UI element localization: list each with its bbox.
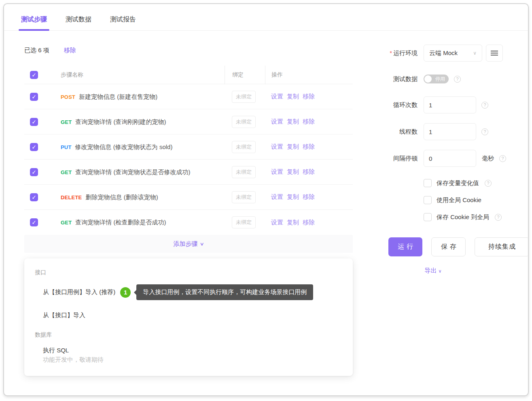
ci-button[interactable]: 持续集成 — [475, 237, 529, 256]
menu-item-label: 执行 SQL — [43, 347, 69, 354]
add-step-label: 添加步骤 — [173, 240, 197, 248]
action-copy[interactable]: 复制 — [287, 193, 299, 201]
menu-icon — [491, 53, 498, 53]
method-label: PUT — [61, 144, 72, 150]
menu-item-label: 从【接口】导入 — [43, 311, 85, 319]
save-cookie-checkbox[interactable] — [424, 213, 432, 221]
action-remove[interactable]: 移除 — [303, 93, 315, 100]
save-variable-checkbox[interactable] — [424, 179, 432, 187]
add-step-button[interactable]: 添加步骤 ∨ — [24, 235, 353, 253]
action-remove[interactable]: 移除 — [303, 193, 315, 201]
menu-item-run-sql[interactable]: 执行 SQL — [24, 341, 353, 355]
help-icon[interactable]: ? — [454, 76, 461, 83]
action-remove[interactable]: 移除 — [303, 118, 315, 126]
remove-selected-link[interactable]: 移除 — [64, 47, 76, 54]
action-copy[interactable]: 复制 — [287, 219, 299, 226]
step-name: 删除宠物信息 (删除该宠物) — [85, 194, 158, 200]
run-button[interactable]: 运行 — [388, 237, 422, 256]
tab-test-steps[interactable]: 测试步骤 — [21, 15, 47, 30]
global-cookie-checkbox[interactable] — [424, 196, 432, 204]
toggle-knob — [424, 75, 432, 83]
action-set[interactable]: 设置 — [271, 143, 283, 151]
env-manage-button[interactable] — [486, 45, 503, 62]
global-cookie-option: 使用全局 Cookie — [424, 196, 529, 204]
step-name: 修改宠物信息 (修改宠物状态为 sold) — [75, 143, 173, 150]
action-remove[interactable]: 移除 — [303, 168, 315, 176]
binding-badge: 未绑定 — [232, 191, 256, 203]
checkbox-label: 保存变量变化值 — [437, 179, 479, 187]
step-name: 新建宠物信息 (新建在售宠物) — [79, 93, 157, 100]
test-data-toggle[interactable]: 停用 — [424, 75, 449, 83]
run-settings-panel: *运行环境 云端 Mock ∨ 测试数据 停用 ? 循环次数 ? — [379, 31, 529, 275]
menu-item-label: 从【接口用例】导入 (推荐) — [43, 288, 115, 296]
action-set[interactable]: 设置 — [271, 118, 283, 126]
required-asterisk: * — [390, 49, 392, 56]
thread-count-label: 线程数 — [379, 128, 418, 136]
menu-item-import-api[interactable]: 从【接口】导入 — [24, 306, 353, 325]
row-checkbox[interactable]: ✓ — [30, 193, 38, 201]
test-case-card: 测试步骤 测试数据 测试报告 已选 6 项 移除 ✓ 步骤名称 绑定 操作 ✓ … — [3, 3, 529, 396]
test-data-label: 测试数据 — [379, 75, 418, 83]
env-select[interactable]: 云端 Mock ∨ — [424, 45, 482, 62]
help-icon[interactable]: ? — [495, 214, 502, 221]
menu-item-subtitle: 功能开发中，敬请期待 — [24, 355, 353, 366]
action-copy[interactable]: 复制 — [287, 143, 299, 151]
binding-badge: 未绑定 — [232, 116, 256, 128]
env-label: *运行环境 — [379, 49, 418, 57]
binding-badge: 未绑定 — [232, 91, 256, 103]
chevron-down-icon: ∨ — [438, 269, 441, 273]
table-row: ✓ POST新建宠物信息 (新建在售宠物) 未绑定 设置复制移除 — [24, 84, 353, 109]
menu-item-import-case[interactable]: 从【接口用例】导入 (推荐) 1 导入接口用例，设置不同执行顺序，可构建业务场景… — [24, 279, 353, 306]
method-label: POST — [61, 94, 75, 100]
action-set[interactable]: 设置 — [271, 193, 283, 201]
tab-test-data[interactable]: 测试数据 — [66, 15, 91, 30]
menu-group-api: 接口 — [24, 267, 353, 279]
save-variable-option: 保存变量变化值 ? — [424, 179, 529, 187]
interval-input[interactable] — [424, 150, 476, 167]
select-all-checkbox[interactable]: ✓ — [30, 71, 38, 79]
step-name: 查询宠物详情 (检查删除是否成功) — [75, 219, 166, 226]
checkbox-label: 使用全局 Cookie — [437, 196, 481, 204]
toggle-label: 停用 — [435, 76, 445, 83]
row-checkbox[interactable]: ✓ — [30, 218, 38, 226]
header-actions: 操作 — [265, 66, 353, 84]
help-icon[interactable]: ? — [481, 128, 488, 135]
help-icon[interactable]: ? — [485, 180, 492, 187]
step-name: 查询宠物详情 (查询刚刚建的宠物) — [75, 118, 166, 125]
method-label: GET — [61, 119, 72, 125]
row-checkbox[interactable]: ✓ — [30, 168, 38, 176]
header-step-name: 步骤名称 — [61, 71, 225, 79]
action-copy[interactable]: 复制 — [287, 118, 299, 126]
action-remove[interactable]: 移除 — [303, 143, 315, 151]
export-link[interactable]: 导出∨ — [379, 267, 529, 275]
help-icon[interactable]: ? — [499, 155, 506, 162]
row-checkbox[interactable]: ✓ — [30, 118, 38, 126]
loop-count-label: 循环次数 — [379, 101, 418, 109]
binding-badge: 未绑定 — [232, 216, 256, 228]
action-copy[interactable]: 复制 — [287, 168, 299, 176]
action-copy[interactable]: 复制 — [287, 93, 299, 100]
action-set[interactable]: 设置 — [271, 219, 283, 226]
action-set[interactable]: 设置 — [271, 93, 283, 100]
help-icon[interactable]: ? — [481, 102, 488, 109]
method-label: GET — [61, 220, 72, 226]
steps-panel: 已选 6 项 移除 ✓ 步骤名称 绑定 操作 ✓ POST新建宠物信息 (新建在… — [24, 31, 353, 376]
selected-count: 已选 6 项 — [24, 47, 49, 54]
action-set[interactable]: 设置 — [271, 168, 283, 176]
chevron-down-icon: ∨ — [473, 50, 477, 56]
save-cookie-option: 保存 Cookie 到全局 ? — [424, 213, 529, 221]
binding-badge: 未绑定 — [232, 141, 256, 153]
loop-count-input[interactable] — [424, 96, 476, 113]
action-remove[interactable]: 移除 — [303, 219, 315, 226]
row-checkbox[interactable]: ✓ — [30, 93, 38, 101]
row-checkbox[interactable]: ✓ — [30, 143, 38, 151]
binding-badge: 未绑定 — [232, 166, 256, 178]
table-row: ✓ PUT修改宠物信息 (修改宠物状态为 sold) 未绑定 设置复制移除 — [24, 134, 353, 160]
table-row: ✓ DELETE删除宠物信息 (删除该宠物) 未绑定 设置复制移除 — [24, 185, 353, 210]
menu-group-database: 数据库 — [24, 329, 353, 341]
save-button[interactable]: 保存 — [431, 237, 465, 256]
table-row: ✓ GET查询宠物详情 (查询刚刚建的宠物) 未绑定 设置复制移除 — [24, 109, 353, 134]
thread-count-input[interactable] — [424, 123, 476, 140]
import-case-tooltip: 导入接口用例，设置不同执行顺序，可构建业务场景接口用例 — [136, 284, 313, 300]
tab-test-report[interactable]: 测试报告 — [110, 15, 136, 30]
